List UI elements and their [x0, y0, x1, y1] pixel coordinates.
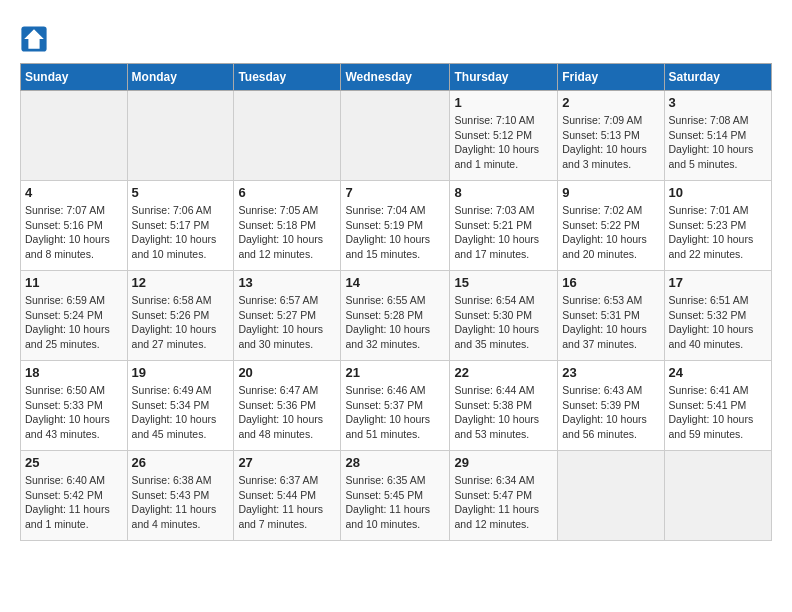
calendar-week-row: 4 Sunrise: 7:07 AMSunset: 5:16 PMDayligh…	[21, 181, 772, 271]
day-number: 8	[454, 185, 553, 200]
day-info: Sunrise: 6:53 AMSunset: 5:31 PMDaylight:…	[562, 293, 659, 352]
calendar-cell: 9 Sunrise: 7:02 AMSunset: 5:22 PMDayligh…	[558, 181, 664, 271]
calendar-cell: 8 Sunrise: 7:03 AMSunset: 5:21 PMDayligh…	[450, 181, 558, 271]
day-info: Sunrise: 6:44 AMSunset: 5:38 PMDaylight:…	[454, 383, 553, 442]
calendar-cell	[341, 91, 450, 181]
calendar-cell: 25 Sunrise: 6:40 AMSunset: 5:42 PMDaylig…	[21, 451, 128, 541]
day-number: 13	[238, 275, 336, 290]
calendar-cell: 11 Sunrise: 6:59 AMSunset: 5:24 PMDaylig…	[21, 271, 128, 361]
day-info: Sunrise: 6:58 AMSunset: 5:26 PMDaylight:…	[132, 293, 230, 352]
calendar-cell: 15 Sunrise: 6:54 AMSunset: 5:30 PMDaylig…	[450, 271, 558, 361]
day-number: 6	[238, 185, 336, 200]
day-info: Sunrise: 7:10 AMSunset: 5:12 PMDaylight:…	[454, 113, 553, 172]
weekday-header-tuesday: Tuesday	[234, 64, 341, 91]
calendar-cell: 23 Sunrise: 6:43 AMSunset: 5:39 PMDaylig…	[558, 361, 664, 451]
calendar-cell: 26 Sunrise: 6:38 AMSunset: 5:43 PMDaylig…	[127, 451, 234, 541]
day-info: Sunrise: 6:55 AMSunset: 5:28 PMDaylight:…	[345, 293, 445, 352]
day-number: 7	[345, 185, 445, 200]
calendar-cell: 3 Sunrise: 7:08 AMSunset: 5:14 PMDayligh…	[664, 91, 771, 181]
day-info: Sunrise: 6:46 AMSunset: 5:37 PMDaylight:…	[345, 383, 445, 442]
day-number: 21	[345, 365, 445, 380]
day-info: Sunrise: 6:47 AMSunset: 5:36 PMDaylight:…	[238, 383, 336, 442]
day-number: 9	[562, 185, 659, 200]
day-number: 2	[562, 95, 659, 110]
day-number: 1	[454, 95, 553, 110]
day-number: 18	[25, 365, 123, 380]
day-info: Sunrise: 6:37 AMSunset: 5:44 PMDaylight:…	[238, 473, 336, 532]
day-info: Sunrise: 6:43 AMSunset: 5:39 PMDaylight:…	[562, 383, 659, 442]
calendar-cell	[21, 91, 128, 181]
calendar-cell: 29 Sunrise: 6:34 AMSunset: 5:47 PMDaylig…	[450, 451, 558, 541]
calendar-cell: 5 Sunrise: 7:06 AMSunset: 5:17 PMDayligh…	[127, 181, 234, 271]
day-info: Sunrise: 6:59 AMSunset: 5:24 PMDaylight:…	[25, 293, 123, 352]
day-number: 24	[669, 365, 767, 380]
calendar-cell: 21 Sunrise: 6:46 AMSunset: 5:37 PMDaylig…	[341, 361, 450, 451]
day-number: 28	[345, 455, 445, 470]
calendar-cell	[127, 91, 234, 181]
day-number: 14	[345, 275, 445, 290]
calendar-cell: 17 Sunrise: 6:51 AMSunset: 5:32 PMDaylig…	[664, 271, 771, 361]
day-info: Sunrise: 7:06 AMSunset: 5:17 PMDaylight:…	[132, 203, 230, 262]
day-info: Sunrise: 7:03 AMSunset: 5:21 PMDaylight:…	[454, 203, 553, 262]
day-number: 26	[132, 455, 230, 470]
day-number: 25	[25, 455, 123, 470]
calendar-cell: 6 Sunrise: 7:05 AMSunset: 5:18 PMDayligh…	[234, 181, 341, 271]
calendar-cell: 7 Sunrise: 7:04 AMSunset: 5:19 PMDayligh…	[341, 181, 450, 271]
calendar-cell: 4 Sunrise: 7:07 AMSunset: 5:16 PMDayligh…	[21, 181, 128, 271]
calendar-cell: 1 Sunrise: 7:10 AMSunset: 5:12 PMDayligh…	[450, 91, 558, 181]
calendar-cell	[664, 451, 771, 541]
day-number: 4	[25, 185, 123, 200]
day-number: 11	[25, 275, 123, 290]
day-info: Sunrise: 7:07 AMSunset: 5:16 PMDaylight:…	[25, 203, 123, 262]
day-info: Sunrise: 7:01 AMSunset: 5:23 PMDaylight:…	[669, 203, 767, 262]
day-number: 27	[238, 455, 336, 470]
day-number: 15	[454, 275, 553, 290]
logo	[20, 25, 52, 53]
day-number: 17	[669, 275, 767, 290]
calendar-cell: 28 Sunrise: 6:35 AMSunset: 5:45 PMDaylig…	[341, 451, 450, 541]
day-number: 29	[454, 455, 553, 470]
calendar-cell	[234, 91, 341, 181]
calendar-cell: 22 Sunrise: 6:44 AMSunset: 5:38 PMDaylig…	[450, 361, 558, 451]
day-info: Sunrise: 6:41 AMSunset: 5:41 PMDaylight:…	[669, 383, 767, 442]
calendar-week-row: 11 Sunrise: 6:59 AMSunset: 5:24 PMDaylig…	[21, 271, 772, 361]
weekday-header-friday: Friday	[558, 64, 664, 91]
day-info: Sunrise: 6:54 AMSunset: 5:30 PMDaylight:…	[454, 293, 553, 352]
calendar-week-row: 18 Sunrise: 6:50 AMSunset: 5:33 PMDaylig…	[21, 361, 772, 451]
day-number: 3	[669, 95, 767, 110]
calendar-cell: 27 Sunrise: 6:37 AMSunset: 5:44 PMDaylig…	[234, 451, 341, 541]
weekday-header-sunday: Sunday	[21, 64, 128, 91]
weekday-header-row: SundayMondayTuesdayWednesdayThursdayFrid…	[21, 64, 772, 91]
calendar-cell: 2 Sunrise: 7:09 AMSunset: 5:13 PMDayligh…	[558, 91, 664, 181]
day-info: Sunrise: 6:57 AMSunset: 5:27 PMDaylight:…	[238, 293, 336, 352]
calendar-cell: 20 Sunrise: 6:47 AMSunset: 5:36 PMDaylig…	[234, 361, 341, 451]
day-info: Sunrise: 6:50 AMSunset: 5:33 PMDaylight:…	[25, 383, 123, 442]
calendar-cell: 10 Sunrise: 7:01 AMSunset: 5:23 PMDaylig…	[664, 181, 771, 271]
day-info: Sunrise: 7:05 AMSunset: 5:18 PMDaylight:…	[238, 203, 336, 262]
weekday-header-wednesday: Wednesday	[341, 64, 450, 91]
calendar-table: SundayMondayTuesdayWednesdayThursdayFrid…	[20, 63, 772, 541]
calendar-cell: 24 Sunrise: 6:41 AMSunset: 5:41 PMDaylig…	[664, 361, 771, 451]
logo-icon	[20, 25, 48, 53]
day-number: 23	[562, 365, 659, 380]
day-info: Sunrise: 7:08 AMSunset: 5:14 PMDaylight:…	[669, 113, 767, 172]
day-number: 10	[669, 185, 767, 200]
calendar-cell: 13 Sunrise: 6:57 AMSunset: 5:27 PMDaylig…	[234, 271, 341, 361]
day-info: Sunrise: 6:34 AMSunset: 5:47 PMDaylight:…	[454, 473, 553, 532]
day-info: Sunrise: 6:49 AMSunset: 5:34 PMDaylight:…	[132, 383, 230, 442]
calendar-cell: 12 Sunrise: 6:58 AMSunset: 5:26 PMDaylig…	[127, 271, 234, 361]
day-number: 12	[132, 275, 230, 290]
calendar-cell: 19 Sunrise: 6:49 AMSunset: 5:34 PMDaylig…	[127, 361, 234, 451]
day-info: Sunrise: 7:02 AMSunset: 5:22 PMDaylight:…	[562, 203, 659, 262]
day-number: 22	[454, 365, 553, 380]
weekday-header-saturday: Saturday	[664, 64, 771, 91]
day-number: 20	[238, 365, 336, 380]
calendar-cell	[558, 451, 664, 541]
day-info: Sunrise: 6:51 AMSunset: 5:32 PMDaylight:…	[669, 293, 767, 352]
calendar-cell: 18 Sunrise: 6:50 AMSunset: 5:33 PMDaylig…	[21, 361, 128, 451]
calendar-week-row: 1 Sunrise: 7:10 AMSunset: 5:12 PMDayligh…	[21, 91, 772, 181]
day-info: Sunrise: 6:38 AMSunset: 5:43 PMDaylight:…	[132, 473, 230, 532]
calendar-week-row: 25 Sunrise: 6:40 AMSunset: 5:42 PMDaylig…	[21, 451, 772, 541]
day-info: Sunrise: 7:09 AMSunset: 5:13 PMDaylight:…	[562, 113, 659, 172]
page-header	[20, 20, 772, 53]
